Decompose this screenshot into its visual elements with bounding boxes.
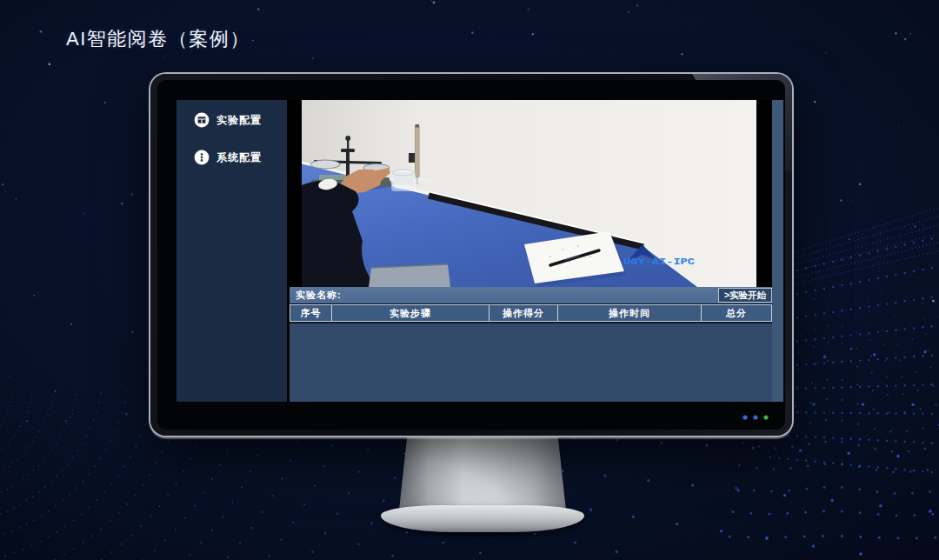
beaker: [392, 170, 415, 190]
results-table-header: 序号 实验步骤 操作得分 操作时间 总分: [290, 304, 772, 322]
experiment-config-icon: [194, 112, 210, 128]
sidebar: 实验配置 系统配置: [176, 100, 287, 402]
sidebar-item-experiment-config[interactable]: 实验配置: [176, 111, 287, 129]
monitor: 实验配置 系统配置: [150, 74, 792, 436]
monitor-stand-base: [381, 505, 584, 532]
column-header-time: 操作时间: [557, 304, 702, 322]
led-green: [763, 415, 768, 419]
sidebar-item-system-config[interactable]: 系统配置: [176, 149, 287, 166]
start-experiment-button[interactable]: >实验开始: [718, 288, 772, 303]
page-title: AI智能阅卷（案例）: [66, 26, 250, 52]
led-blue-2: [753, 415, 757, 419]
experiment-name-label: 实验名称:: [290, 289, 342, 302]
column-header-total: 总分: [701, 304, 772, 322]
sidebar-item-label: 实验配置: [216, 113, 262, 128]
app-right-strip: [772, 100, 783, 402]
led-blue-1: [743, 415, 747, 419]
column-header-step: 实验步骤: [331, 304, 489, 322]
watch-glass: [412, 177, 433, 184]
monitor-stand-neck: [399, 434, 566, 510]
monitor-led-indicators: [742, 414, 770, 421]
lab-video-frame: UGY-AI-IPC: [302, 100, 756, 287]
sidebar-item-label: 系统配置: [216, 150, 262, 165]
dots-config-icon: [194, 150, 210, 165]
watermark-text: UGY-AI-IPC: [623, 257, 695, 267]
column-header-score: 操作得分: [489, 304, 558, 322]
column-header-index: 序号: [290, 304, 332, 322]
app-window: 实验配置 系统配置: [176, 100, 783, 402]
monitor-screen: 实验配置 系统配置: [157, 80, 785, 430]
main-panel: UGY-AI-IPC 实验名称: >实验开始 序号 实验步骤 操作得分 操作时间…: [287, 100, 772, 402]
video-area: UGY-AI-IPC: [287, 100, 772, 287]
experiment-name-row: 实验名称: >实验开始: [290, 287, 772, 303]
results-table-body: [290, 322, 772, 402]
